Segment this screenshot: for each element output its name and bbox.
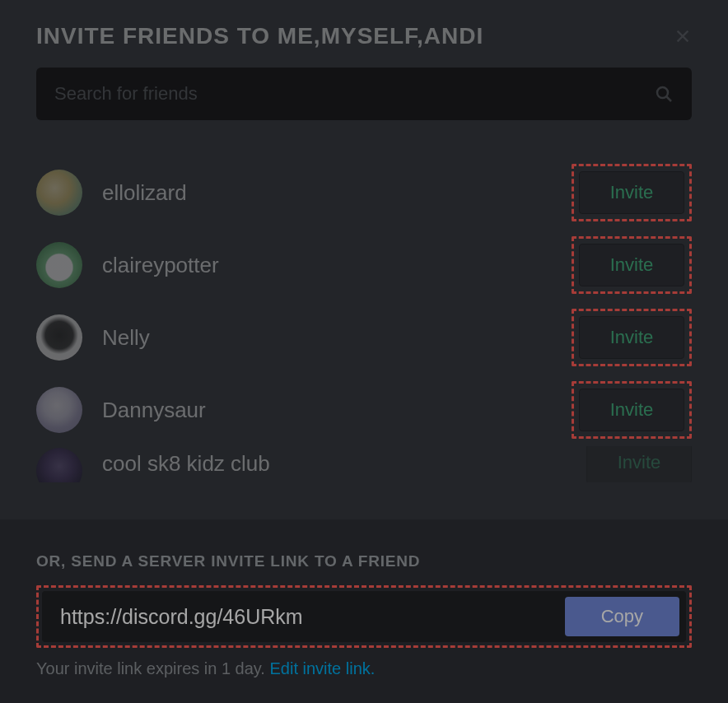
invite-modal: INVITE FRIENDS TO ME,MYSELF,ANDI elloliz…	[0, 0, 728, 703]
modal-footer: OR, SEND A SERVER INVITE LINK TO A FRIEN…	[0, 519, 728, 703]
invite-button[interactable]: Invite	[579, 171, 684, 214]
friend-name: claireypotter	[102, 253, 552, 278]
avatar	[36, 448, 82, 482]
friend-row: claireypotter Invite	[36, 229, 692, 301]
invite-link-text[interactable]: https://discord.gg/46URkm	[60, 605, 565, 629]
close-icon[interactable]	[674, 27, 692, 45]
invite-link-row: https://discord.gg/46URkm Copy	[42, 591, 686, 642]
expiry-text: Your invite link expires in 1 day. Edit …	[36, 659, 692, 678]
avatar	[36, 170, 82, 216]
copy-button[interactable]: Copy	[565, 597, 679, 636]
avatar	[36, 387, 82, 433]
svg-point-2	[657, 87, 668, 98]
search-field[interactable]	[36, 68, 692, 120]
search-icon	[654, 84, 674, 104]
title-row: INVITE FRIENDS TO ME,MYSELF,ANDI	[36, 23, 692, 49]
friend-list[interactable]: ellolizard Invite claireypotter Invite N…	[0, 156, 728, 519]
friend-row: cool sk8 kidz club Invite	[36, 446, 692, 482]
svg-line-3	[667, 97, 672, 102]
search-input[interactable]	[54, 83, 654, 105]
invite-button[interactable]: Invite	[579, 316, 684, 359]
invite-button[interactable]: Invite	[579, 389, 684, 431]
modal-header: INVITE FRIENDS TO ME,MYSELF,ANDI	[0, 0, 728, 120]
avatar	[36, 314, 82, 361]
highlight-box: Invite	[572, 381, 692, 439]
highlight-box: Invite	[572, 164, 692, 221]
friend-name: Nelly	[102, 325, 552, 351]
avatar	[36, 242, 82, 288]
friend-row: ellolizard Invite	[36, 156, 692, 229]
highlight-box: https://discord.gg/46URkm Copy	[36, 585, 692, 648]
footer-subtitle: OR, SEND A SERVER INVITE LINK TO A FRIEN…	[36, 552, 692, 570]
edit-invite-link[interactable]: Edit invite link.	[270, 659, 376, 677]
highlight-box: Invite	[586, 446, 692, 482]
friend-row: Nelly Invite	[36, 301, 692, 374]
friend-name: cool sk8 kidz club	[102, 451, 567, 477]
friend-row: Dannysaur Invite	[36, 374, 692, 446]
invite-button[interactable]: Invite	[579, 244, 684, 286]
friend-name: ellolizard	[102, 180, 552, 206]
highlight-box: Invite	[572, 309, 692, 366]
invite-button[interactable]: Invite	[586, 446, 692, 482]
expiry-prefix: Your invite link expires in 1 day.	[36, 659, 270, 677]
modal-title: INVITE FRIENDS TO ME,MYSELF,ANDI	[36, 23, 483, 49]
friend-name: Dannysaur	[102, 398, 552, 423]
highlight-box: Invite	[572, 236, 692, 294]
